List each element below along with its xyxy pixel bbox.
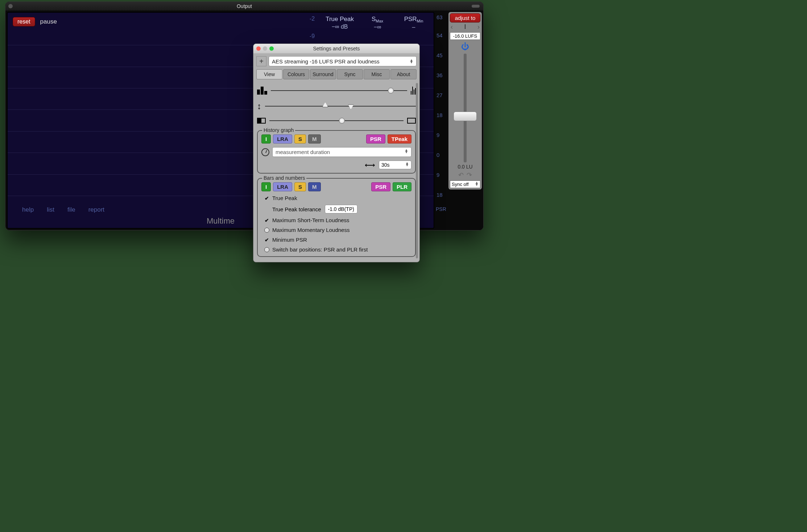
tab-about[interactable]: About: [390, 69, 417, 79]
adjust-panel: adjust to ‹ I › -16.0 LUFS ⏻ 0.0 LU ↶ ↷ …: [448, 12, 482, 190]
minimize-icon[interactable]: [263, 46, 267, 51]
readout-panel: -2 -9 True Peak −∞ dB SMax −∞ PSRMin –: [310, 16, 426, 40]
width-select[interactable]: 30s ▲▼: [379, 161, 411, 169]
max-momentary-radio[interactable]: Maximum Momentary Loudness: [264, 227, 411, 233]
help-link[interactable]: help: [22, 206, 34, 213]
adjust-to-button[interactable]: adjust to: [450, 13, 480, 22]
target-lufs-input[interactable]: -16.0 LUFS: [450, 32, 480, 40]
clock-icon: [261, 148, 269, 156]
tab-surround[interactable]: Surround: [310, 69, 336, 79]
min-psr-checkbox[interactable]: ✔Minimum PSR: [264, 237, 411, 243]
psr-min-readout: PSRMin –: [401, 16, 426, 40]
chip-s[interactable]: S: [294, 134, 306, 144]
window-title: Output: [237, 3, 252, 9]
brand-label: Multime: [207, 216, 235, 226]
list-link[interactable]: list: [47, 206, 54, 213]
scrollbar[interactable]: [416, 83, 418, 258]
chip-psr[interactable]: PSR: [371, 182, 390, 191]
chevron-updown-icon: ▲▼: [410, 59, 413, 63]
add-preset-button[interactable]: +: [256, 56, 266, 66]
tab-sync[interactable]: Sync: [337, 69, 363, 79]
psr-axis-label: PSR: [436, 206, 446, 212]
preset-select[interactable]: AES streaming -16 LUFS PSR and loudness …: [269, 56, 417, 66]
slider-thumb-icon[interactable]: [454, 112, 477, 121]
history-graph-group: History graph I LRA S M PSR TPeak measur…: [257, 130, 416, 174]
dialog-title: Settings and Presets: [313, 46, 360, 51]
max-short-checkbox[interactable]: ✔Maximum Short-Term Loudness: [264, 217, 411, 223]
tabs: View Colours Surround Sync Misc About: [253, 69, 419, 79]
true-peak-readout: True Peak −∞ dB: [326, 16, 354, 40]
gain-slider[interactable]: [464, 54, 467, 162]
scale-tick: 36: [436, 72, 443, 78]
chip-m[interactable]: M: [308, 182, 321, 191]
duration-select[interactable]: measurement duration ▲▼: [272, 147, 411, 157]
s-max-readout: SMax −∞: [365, 16, 390, 40]
bar-width-slider[interactable]: [271, 90, 407, 91]
tab-view[interactable]: View: [256, 69, 282, 79]
horizontal-arrows-icon: ⟷: [365, 161, 375, 169]
chip-lra[interactable]: LRA: [273, 134, 292, 144]
reset-button[interactable]: reset: [13, 17, 35, 26]
chevron-updown-icon: ▲▼: [475, 182, 479, 187]
filled-rect-icon: [257, 118, 266, 124]
dialog-titlebar: Settings and Presets: [253, 44, 419, 53]
chip-i[interactable]: I: [261, 134, 271, 144]
wide-bars-icon: [257, 87, 267, 95]
undo-icon[interactable]: ↶: [458, 171, 464, 179]
file-link[interactable]: file: [67, 206, 75, 213]
report-link[interactable]: report: [88, 206, 104, 213]
close-icon[interactable]: [256, 46, 261, 51]
scale-tick: 45: [436, 52, 443, 58]
prev-mode-icon[interactable]: ‹: [451, 23, 453, 31]
switch-bars-radio[interactable]: Switch bar positions: PSR and PLR first: [264, 246, 411, 253]
scale-tick: 63: [436, 14, 443, 20]
tp-tolerance-label: True Peak tolerance: [272, 206, 321, 212]
redo-icon[interactable]: ↷: [467, 171, 472, 179]
chip-i[interactable]: I: [261, 182, 271, 191]
tab-colours[interactable]: Colours: [283, 69, 309, 79]
thin-bars-icon: [411, 87, 416, 95]
true-peak-checkbox[interactable]: ✔True Peak: [264, 195, 411, 201]
range-slider[interactable]: [265, 106, 416, 107]
empty-rect-icon: [407, 118, 416, 124]
scale-tick: 18: [436, 112, 443, 118]
chip-plr[interactable]: PLR: [393, 182, 411, 191]
scale-tick: 9: [436, 132, 439, 138]
chip-psr[interactable]: PSR: [366, 134, 385, 144]
side-panel: 63 54 45 36 27 18 9 0 9 18 PSR adjust to…: [434, 11, 483, 230]
chip-tpeak[interactable]: TPeak: [388, 134, 411, 144]
scale-tick: 18: [436, 192, 443, 198]
pause-button[interactable]: pause: [40, 18, 57, 25]
contrast-slider[interactable]: [269, 120, 404, 121]
scale-tick: 0: [436, 152, 439, 158]
chip-lra[interactable]: LRA: [273, 182, 292, 191]
vertical-arrows-icon: ↕: [257, 101, 261, 111]
bars-numbers-group: Bars and numbers I LRA S M PSR PLR ✔True…: [257, 178, 416, 257]
next-mode-icon[interactable]: ›: [477, 23, 480, 31]
range-min-thumb[interactable]: [322, 102, 328, 107]
scale-tick: 9: [436, 172, 439, 178]
chevron-updown-icon: ▲▼: [405, 162, 409, 168]
scale-top-value: -2: [310, 16, 315, 22]
tab-misc[interactable]: Misc: [364, 69, 390, 79]
power-icon[interactable]: ⏻: [450, 42, 480, 51]
chip-m[interactable]: M: [308, 134, 321, 144]
titlebar: Output: [5, 2, 483, 11]
settings-dialog: Settings and Presets + AES streaming -16…: [253, 43, 420, 262]
chevron-updown-icon: ▲▼: [405, 149, 408, 155]
scale-second-value: -9: [310, 33, 315, 40]
window-pill-icon[interactable]: [472, 5, 480, 8]
footer-links: help list file report: [22, 206, 104, 213]
traffic-light-icon[interactable]: [8, 4, 13, 8]
chip-s[interactable]: S: [294, 182, 306, 191]
scale-tick: 54: [436, 32, 443, 38]
mode-label: I: [464, 23, 466, 31]
zoom-icon[interactable]: [269, 46, 274, 51]
scale-tick: 27: [436, 92, 443, 98]
lu-readout: 0.0 LU: [450, 164, 480, 170]
sync-select[interactable]: Sync off ▲▼: [450, 180, 480, 188]
tp-tolerance-input[interactable]: -1.0 dB(TP): [325, 205, 357, 213]
range-max-thumb[interactable]: [348, 104, 354, 109]
